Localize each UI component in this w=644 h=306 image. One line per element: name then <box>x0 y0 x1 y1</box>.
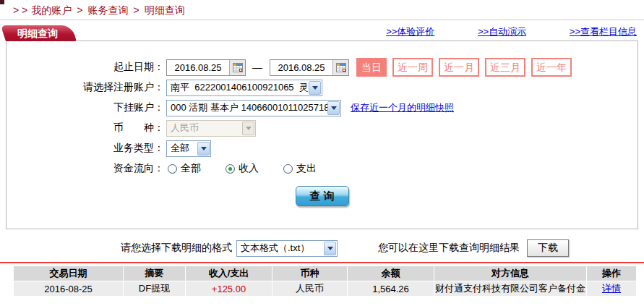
section-header: 明细查询 >>体验评价 >>自动演示 >>查看栏目信息 <box>0 25 644 41</box>
radio-flow-all[interactable]: 全部 <box>168 162 201 175</box>
table-row: 2016-08-25 DF提现 +125.00 人民币 1,564.26 财付通… <box>14 281 636 296</box>
radio-flow-income-label: 收入 <box>239 162 259 175</box>
transaction-table: 交易日期 摘要 收入/支出 币种 余额 对方信息 操作 2016-08-25 D… <box>13 265 637 297</box>
calendar-button-from[interactable] <box>229 60 245 75</box>
link-experience-rating[interactable]: >>体验评价 <box>386 26 434 37</box>
date-from-box <box>166 59 246 76</box>
date-to-box <box>270 59 349 76</box>
download-format-select[interactable]: 文本格式（.txt） <box>236 240 338 257</box>
chevron-down-icon <box>197 142 210 156</box>
breadcrumb-item-my-account[interactable]: 我的账户 <box>31 4 72 16</box>
date-range-label: 起止日期： <box>7 61 164 74</box>
calendar-icon <box>233 63 243 72</box>
download-format-value: 文本格式（.txt） <box>237 242 324 255</box>
currency-select: 人民币 <box>166 120 256 137</box>
tab-detail-query: 明细查询 <box>6 25 65 41</box>
cell-summary: DF提现 <box>124 281 185 296</box>
col-header-currency: 币种 <box>272 266 347 281</box>
download-result-label: 您可以在这里下载查询明细结果 <box>378 242 520 255</box>
breadcrumb-item-account-query[interactable]: 账务查询 <box>87 4 128 16</box>
detail-query-page: > >我的账户>账务查询>明细查询 明细查询 >>体验评价 >>自动演示 >>查… <box>0 0 644 306</box>
radio-icon <box>283 164 293 174</box>
breadcrumb-prefix: > > <box>13 4 27 16</box>
link-view-column-info[interactable]: >>查看栏目信息 <box>570 26 637 37</box>
sub-account-label: 下挂账户： <box>7 101 164 114</box>
account-row: 请选择注册账户： 南平 6222001406100921065 灵通卡 <box>7 77 637 98</box>
download-format-label: 请您选择下载明细的格式 <box>121 242 232 255</box>
page-title: 明细查询 <box>17 27 58 39</box>
radio-flow-expense[interactable]: 支出 <box>283 162 317 175</box>
chevron-down-icon <box>324 242 336 255</box>
currency-label: 币 种： <box>7 122 164 135</box>
account-select[interactable]: 南平 6222001406100921065 灵通卡 <box>166 80 322 96</box>
range-button-today[interactable]: 当日 <box>356 58 387 77</box>
biz-type-label: 业务类型： <box>7 142 164 155</box>
query-form-panel: 起止日期： <box>6 41 638 229</box>
col-header-summary: 摘要 <box>124 266 185 281</box>
header-links: >>体验评价 >>自动演示 >>查看栏目信息 <box>345 25 637 38</box>
sub-account-select-value: 000 活期 基本户 1406600101102571848 <box>167 101 327 114</box>
date-from-input[interactable] <box>167 60 229 75</box>
red-divider <box>0 262 644 263</box>
calendar-button-to[interactable] <box>332 60 348 75</box>
calendar-icon <box>336 63 346 72</box>
range-button-last-year[interactable]: 近一年 <box>531 58 572 77</box>
download-button[interactable]: 下载 <box>527 239 569 257</box>
col-header-amount: 收入/支出 <box>186 266 272 281</box>
range-button-last-month[interactable]: 近一月 <box>439 58 479 77</box>
breadcrumb: > >我的账户>账务查询>明细查询 <box>0 0 644 20</box>
col-header-action: 操作 <box>587 266 636 281</box>
range-button-last-3-months[interactable]: 近三月 <box>485 58 525 77</box>
date-range-row: 起止日期： <box>7 57 637 77</box>
chevron-down-icon <box>309 81 321 95</box>
biz-type-select[interactable]: 全部 <box>166 140 211 157</box>
currency-row: 币 种： 人民币 <box>7 118 637 138</box>
sub-account-row: 下挂账户： 000 活期 基本户 1406600101102571848 保存近… <box>7 98 637 118</box>
link-auto-demo[interactable]: >>自动演示 <box>478 26 526 37</box>
range-button-last-week[interactable]: 近一周 <box>392 58 433 77</box>
query-form: 起止日期： <box>7 41 637 206</box>
radio-flow-all-label: 全部 <box>181 162 201 175</box>
radio-checked-icon <box>226 164 235 174</box>
radio-flow-expense-label: 支出 <box>296 162 317 175</box>
col-header-counterparty: 对方信息 <box>434 266 586 281</box>
radio-flow-income[interactable]: 收入 <box>226 162 259 175</box>
cell-currency: 人民币 <box>272 281 347 296</box>
account-label: 请选择注册账户： <box>7 81 164 94</box>
corner-notch <box>0 0 4 4</box>
cell-action: 详情 <box>587 281 636 296</box>
breadcrumb-item-detail-query[interactable]: 明细查询 <box>145 4 185 16</box>
flow-radio-group: 全部 收入 支出 <box>168 162 341 175</box>
cell-balance: 1,564.26 <box>348 281 434 296</box>
cell-amount: +125.00 <box>186 281 272 296</box>
account-select-value: 南平 6222001406100921065 灵通卡 <box>167 81 309 94</box>
chevron-down-icon <box>242 122 254 135</box>
breadcrumb-separator: > <box>133 4 139 16</box>
cell-counterparty: 财付通支付科技有限公司客户备付金 <box>434 281 586 296</box>
flow-row: 资金流向： 全部 收入 支出 <box>7 158 637 179</box>
download-row: 请您选择下载明细的格式 文本格式（.txt） 您可以在这里下载查询明细结果 下载 <box>121 239 644 258</box>
table-header-row: 交易日期 摘要 收入/支出 币种 余额 对方信息 操作 <box>14 266 636 281</box>
flow-label: 资金流向： <box>7 162 164 175</box>
col-header-date: 交易日期 <box>14 266 123 281</box>
biz-type-select-value: 全部 <box>167 142 197 155</box>
chevron-down-icon <box>327 101 340 115</box>
cell-date: 2016-08-25 <box>14 281 123 296</box>
radio-icon <box>168 164 177 174</box>
detail-link[interactable]: 详情 <box>602 283 621 294</box>
date-to-input[interactable] <box>270 60 332 75</box>
currency-select-value: 人民币 <box>167 122 242 135</box>
date-range-dash: — <box>252 61 262 73</box>
sub-account-select[interactable]: 000 活期 基本户 1406600101102571848 <box>166 100 341 116</box>
biz-type-row: 业务类型： 全部 <box>7 138 637 158</box>
breadcrumb-separator: > <box>77 4 82 16</box>
query-button[interactable]: 查 询 <box>296 186 349 206</box>
col-header-balance: 余额 <box>348 266 434 281</box>
snapshot-link[interactable]: 保存近一个月的明细快照 <box>351 101 454 114</box>
